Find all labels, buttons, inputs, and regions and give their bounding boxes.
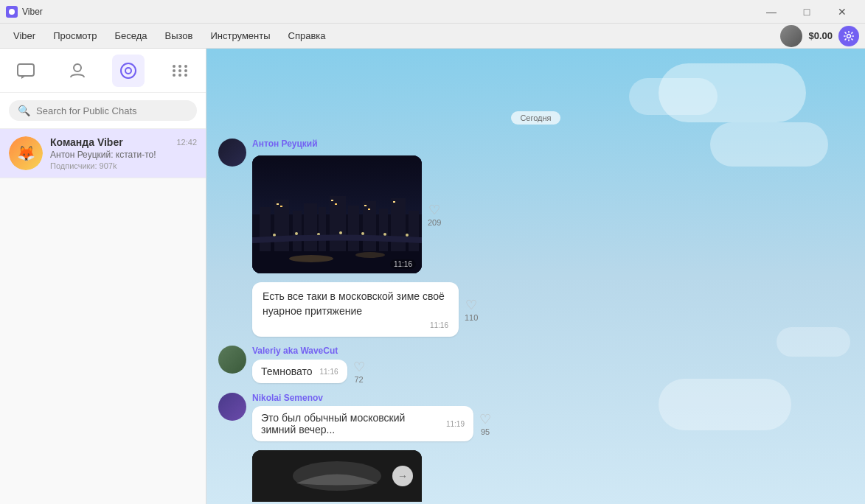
text-bubble-valeriy: Темновато 11:16 (252, 360, 347, 383)
menu-help[interactable]: Справка (281, 27, 333, 44)
partial-image-row: → (218, 450, 853, 502)
svg-point-6 (173, 65, 176, 68)
message-row-nikolai: Nikolai Semenov Это был обычный московск… (218, 393, 853, 441)
valeriy-bubble-inner: Темновато 11:16 (261, 365, 338, 377)
text-bubble-nikolai: Это был обычный московский зимний вечер.… (252, 406, 473, 441)
valeriy-msg-row: Темновато 11:16 ♡ 72 (252, 359, 365, 384)
chat-time: 12:42 (176, 138, 197, 147)
msg-sender-anton: Антон Реуцкий (252, 139, 441, 149)
image-inner (252, 155, 422, 273)
msg-content-valeriy: Valeriy aka WaveCut Темновато 11:16 ♡ 72 (252, 346, 365, 384)
nav-more-icon[interactable] (164, 55, 196, 87)
svg-point-8 (184, 65, 187, 68)
msg-sender-valeriy: Valeriy aka WaveCut (252, 346, 338, 356)
left-panel: 🔍 🦊 Команда Viber 12:42 Антон Реуцкий: к… (0, 49, 206, 504)
svg-rect-24 (293, 211, 302, 251)
date-text: Сегодня (511, 111, 560, 125)
likes-3: ♡ 72 (353, 359, 365, 384)
msg-time-1: 11:16 (263, 321, 448, 329)
maximize-button[interactable]: □ (790, 0, 824, 24)
nikolai-name-row: Nikolai Semenov (252, 393, 491, 403)
svg-rect-33 (277, 203, 279, 205)
svg-point-43 (339, 231, 342, 234)
svg-rect-34 (280, 206, 282, 207)
likes-4: ♡ 95 (479, 411, 491, 436)
user-balance: $0.00 (808, 30, 833, 41)
menu-chat[interactable]: Беседа (108, 27, 155, 44)
heart-icon-2: ♡ (465, 297, 477, 313)
svg-point-0 (9, 9, 15, 15)
msg-sender-nikolai: Nikolai Semenov (252, 393, 323, 403)
close-button[interactable]: ✕ (825, 0, 859, 24)
svg-point-20 (289, 255, 333, 262)
nav-chat-icon[interactable] (10, 55, 42, 87)
svg-rect-38 (368, 209, 370, 210)
heart-icon-4: ♡ (479, 411, 491, 427)
list-item[interactable]: 🦊 Команда Viber 12:42 Антон Реуцкий: кст… (0, 129, 206, 178)
message-row: Антон Реуцкий (218, 139, 853, 273)
valeriy-name-row: Valeriy aka WaveCut (252, 346, 365, 356)
svg-rect-31 (391, 198, 406, 251)
partial-image-bubble: → (252, 450, 853, 502)
svg-rect-36 (335, 203, 337, 205)
svg-point-45 (383, 233, 386, 236)
text-bubble-1: Есть все таки в московской зиме своё нуа… (252, 282, 459, 337)
nav-discover-icon[interactable] (112, 55, 145, 87)
svg-point-21 (355, 252, 385, 258)
menu-view[interactable]: Просмотр (46, 27, 104, 44)
nikolai-text: Это был обычный московский зимний вечер.… (261, 412, 439, 435)
nav-contacts-icon[interactable] (61, 55, 94, 87)
msg-avatar-nikolai (218, 393, 246, 421)
settings-button[interactable] (838, 26, 859, 46)
menu-items: Viber Просмотр Беседа Вызов Инструменты … (6, 27, 333, 44)
svg-point-10 (178, 69, 181, 72)
menu-right: $0.00 (780, 25, 859, 47)
search-input[interactable] (36, 105, 188, 116)
svg-point-46 (406, 234, 409, 237)
menu-viber[interactable]: Viber (6, 27, 43, 44)
heart-icon-1: ♡ (428, 202, 440, 218)
search-bar: 🔍 (0, 93, 206, 129)
svg-point-13 (178, 74, 181, 77)
svg-point-5 (125, 68, 131, 74)
valeriy-time: 11:16 (320, 368, 338, 376)
menu-call[interactable]: Вызов (158, 27, 201, 44)
messages-container: Сегодня Антон Реуцкий (206, 93, 865, 504)
svg-rect-35 (331, 200, 333, 201)
image-bubble: 11:16 → (252, 155, 422, 273)
likes-2: ♡ 110 (465, 297, 478, 322)
msg-avatar-valeriy (218, 346, 246, 374)
viber-icon (6, 6, 18, 18)
svg-point-44 (361, 232, 364, 235)
svg-rect-22 (260, 207, 271, 251)
msg-content-anton: Антон Реуцкий (252, 139, 441, 273)
message-row-valeriy: Valeriy aka WaveCut Темновато 11:16 ♡ 72 (218, 346, 853, 384)
viber-channel-avatar: 🦊 (9, 136, 43, 170)
valeriy-text: Темновато (261, 365, 313, 377)
svg-rect-39 (393, 201, 395, 203)
minimize-button[interactable]: — (754, 0, 788, 24)
user-avatar[interactable] (780, 25, 802, 47)
forward-button-2[interactable]: → (392, 466, 413, 486)
svg-point-9 (173, 69, 176, 72)
nikolai-time: 11:19 (446, 420, 465, 428)
svg-point-1 (847, 34, 851, 38)
search-icon: 🔍 (18, 105, 30, 116)
city-svg (252, 155, 422, 273)
nikolai-msg-row: Это был обычный московский зимний вечер.… (252, 406, 491, 441)
search-wrapper[interactable]: 🔍 (9, 100, 197, 121)
night-city-image: 11:16 → (252, 155, 422, 273)
msg-avatar-anton (218, 139, 246, 167)
chat-list: 🦊 Команда Viber 12:42 Антон Реуцкий: кст… (0, 129, 206, 504)
svg-point-41 (295, 232, 298, 235)
chat-avatar: 🦊 (9, 136, 43, 170)
svg-rect-32 (409, 211, 419, 251)
chat-area: 🦊 Команда Viber Подписчики: 907,110 • Уч… (206, 49, 865, 504)
chat-name: Команда Viber (50, 136, 123, 148)
svg-point-4 (121, 63, 136, 78)
svg-rect-28 (348, 206, 359, 251)
date-badge: Сегодня (218, 111, 853, 124)
menu-tools[interactable]: Инструменты (204, 27, 278, 44)
title-bar-left: Viber (6, 6, 43, 18)
svg-point-3 (74, 64, 81, 71)
